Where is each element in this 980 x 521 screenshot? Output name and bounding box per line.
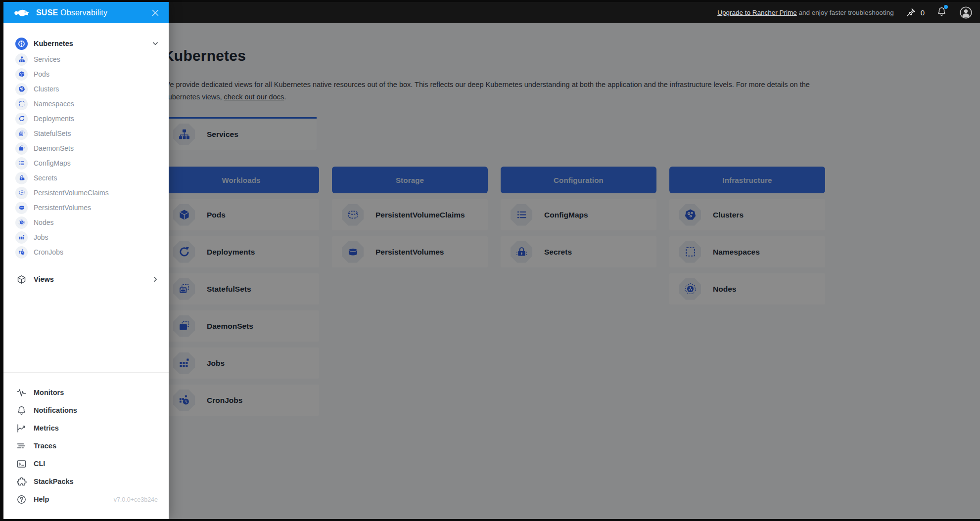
drawer-header: SUSE Observability xyxy=(3,2,169,23)
drawer-nav: Kubernetes ServicesPodsClustersNamespace… xyxy=(3,23,169,372)
bell-icon xyxy=(16,405,27,416)
sidebar-item-persistentvolumeclaims[interactable]: PersistentVolumeClaims xyxy=(3,185,169,200)
sidebar-item-daemonsets[interactable]: DaemonSets xyxy=(3,141,169,156)
chevron-down-icon xyxy=(151,39,160,48)
help-icon xyxy=(16,494,27,505)
brand-title: SUSE Observability xyxy=(36,8,107,17)
daemonsets-icon xyxy=(15,142,28,155)
user-avatar[interactable] xyxy=(959,5,973,20)
notifications-button[interactable] xyxy=(936,6,947,19)
sidebar-item-cli[interactable]: CLI xyxy=(3,455,169,473)
sidebar-item-statefulsets[interactable]: StatefulSets xyxy=(3,126,169,141)
sidebar-item-label: Pods xyxy=(34,70,49,78)
sidebar-item-label: Clusters xyxy=(34,85,59,93)
sidebar-item-secrets[interactable]: Secrets xyxy=(3,171,169,185)
sidebar-item-label: ConfigMaps xyxy=(34,159,71,167)
sidebar-item-metrics[interactable]: Metrics xyxy=(3,419,169,437)
statefulsets-icon xyxy=(15,128,28,140)
sidebar-item-label: Views xyxy=(34,275,151,283)
sidebar-item-configmaps[interactable]: ConfigMaps xyxy=(3,156,169,171)
persistentvolumes-icon xyxy=(15,202,28,214)
version-label: v7.0.0+ce3b24e xyxy=(114,496,158,503)
sidebar-item-kubernetes[interactable]: Kubernetes xyxy=(3,35,169,52)
sidebar-item-label: Kubernetes xyxy=(34,40,151,47)
configmaps-icon xyxy=(15,157,28,170)
sidebar-item-label: Monitors xyxy=(34,389,64,396)
sidebar-item-label: Traces xyxy=(34,442,56,450)
cronjobs-icon xyxy=(15,246,28,259)
sidebar-item-persistentvolumes[interactable]: PersistentVolumes xyxy=(3,200,169,215)
monitors-icon xyxy=(16,388,27,398)
pinned-views-button[interactable]: 0 xyxy=(906,7,925,18)
chevron-right-icon xyxy=(151,275,160,284)
sidebar-item-label: Metrics xyxy=(34,424,59,432)
upgrade-link[interactable]: Upgrade to Rancher Prime xyxy=(717,9,797,16)
sidebar-item-label: Deployments xyxy=(34,115,74,123)
traces-icon xyxy=(16,441,27,451)
jobs-icon xyxy=(15,231,28,244)
sidebar-item-label: CronJobs xyxy=(34,248,63,256)
sidebar-item-notifications[interactable]: Notifications xyxy=(3,401,169,419)
nodes-icon xyxy=(15,217,28,229)
sidebar-item-label: CLI xyxy=(34,460,45,468)
stackpacks-icon xyxy=(16,477,27,487)
sidebar-item-label: Namespaces xyxy=(34,100,74,108)
persistentvolumeclaims-icon xyxy=(15,187,28,199)
sidebar-item-jobs[interactable]: Jobs xyxy=(3,230,169,245)
sidebar-item-label: Help xyxy=(34,495,49,503)
sidebar-item-label: Notifications xyxy=(34,406,77,414)
sidebar-item-clusters[interactable]: Clusters xyxy=(3,82,169,96)
close-icon[interactable] xyxy=(150,7,161,18)
sidebar-item-services[interactable]: Services xyxy=(3,52,169,67)
sidebar-item-label: PersistentVolumeClaims xyxy=(34,189,109,197)
namespaces-icon xyxy=(15,98,28,110)
sidebar-item-label: Jobs xyxy=(34,233,48,241)
clusters-icon xyxy=(15,83,28,95)
sidebar-item-traces[interactable]: Traces xyxy=(3,437,169,455)
sidebar-item-label: Nodes xyxy=(34,218,53,226)
suse-logo-icon xyxy=(12,7,32,19)
sidebar-item-namespaces[interactable]: Namespaces xyxy=(3,96,169,111)
navigation-drawer: SUSE Observability Kubernetes ServicesPo… xyxy=(3,2,169,519)
services-icon xyxy=(15,53,28,66)
metrics-icon xyxy=(16,423,27,434)
pods-icon xyxy=(15,68,28,81)
views-icon xyxy=(15,273,28,286)
sidebar-item-nodes[interactable]: Nodes xyxy=(3,215,169,230)
sidebar-item-cronjobs[interactable]: CronJobs xyxy=(3,245,169,260)
sidebar-item-deployments[interactable]: Deployments xyxy=(3,111,169,126)
sidebar-item-label: StackPacks xyxy=(34,478,74,485)
drawer-bottom-nav: MonitorsNotificationsMetricsTracesCLISta… xyxy=(3,373,169,519)
sidebar-item-views[interactable]: Views xyxy=(3,271,169,288)
upgrade-message: Upgrade to Rancher Prime and enjoy faste… xyxy=(717,9,893,16)
sidebar-item-label: Services xyxy=(34,55,60,63)
sidebar-item-label: DaemonSets xyxy=(34,144,74,152)
sidebar-item-pods[interactable]: Pods xyxy=(3,67,169,82)
notification-dot xyxy=(944,5,948,9)
sidebar-item-monitors[interactable]: Monitors xyxy=(3,384,169,401)
cli-icon xyxy=(16,459,27,469)
kubernetes-icon xyxy=(15,38,28,50)
upgrade-message-rest: and enjoy faster troubleshooting xyxy=(797,9,894,16)
sidebar-item-label: StatefulSets xyxy=(34,130,71,137)
secrets-icon xyxy=(15,172,28,184)
sidebar-item-label: Secrets xyxy=(34,174,57,182)
sidebar-item-label: PersistentVolumes xyxy=(34,204,91,212)
sidebar-item-stackpacks[interactable]: StackPacks xyxy=(3,473,169,490)
pin-icon xyxy=(906,7,916,18)
deployments-icon xyxy=(15,113,28,125)
pin-count: 0 xyxy=(921,8,925,17)
brand: SUSE Observability xyxy=(12,7,150,19)
